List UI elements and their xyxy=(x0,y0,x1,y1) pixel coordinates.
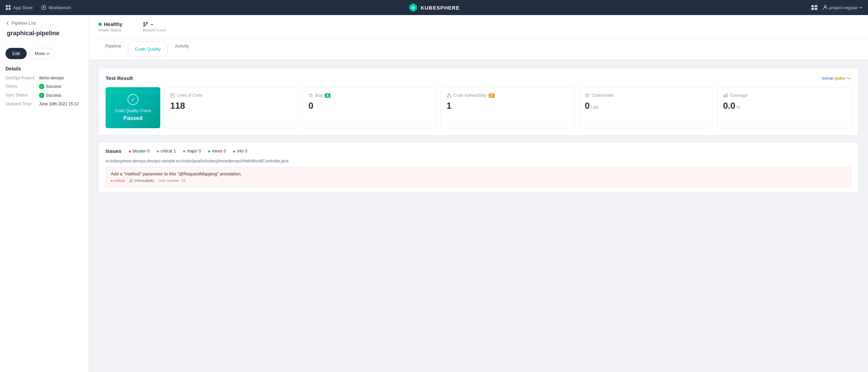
svg-point-13 xyxy=(824,5,826,8)
back-to-pipeline-list[interactable]: Pipeline List xyxy=(5,21,83,26)
metrics-cards: ✓ Code Quality Check Passed xyxy=(106,87,851,128)
codesmells-header: CodeSmells xyxy=(585,93,707,98)
grid-icon[interactable] xyxy=(811,5,817,10)
lines-of-code-header: Lines of Code xyxy=(170,93,293,98)
health-dot-icon xyxy=(98,23,102,26)
sync-status-check-icon: ✓ xyxy=(39,93,44,98)
metrics-bar: Healthy Health Status – Branch Count xyxy=(89,15,868,39)
brand-name: KUBESPHERE xyxy=(421,5,460,11)
edit-button[interactable]: Edit xyxy=(5,48,27,59)
username-label: project-regular xyxy=(829,5,858,10)
issue-line-number: Line number: 15 xyxy=(158,178,186,183)
bug-badge: A xyxy=(325,93,330,98)
issues-section: Issues ● blocker 0 ● critical 1 ● major xyxy=(98,142,858,193)
tab-code-quality[interactable]: Code Quality xyxy=(128,41,168,57)
vulnerability-icon xyxy=(447,93,451,98)
tab-pipeline[interactable]: Pipeline xyxy=(98,39,128,60)
pipeline-subtitle: - xyxy=(5,38,83,42)
tab-activity[interactable]: Activity xyxy=(168,39,195,60)
devops-project-row: DevOps Project: demo-devops xyxy=(5,76,83,80)
appstore-label: App Store xyxy=(13,5,33,10)
issue-severity-tag: ● critical xyxy=(111,178,125,183)
test-result-header: Test Result sonarqube xyxy=(106,75,851,81)
sonarqube-wave-icon xyxy=(846,77,851,80)
user-icon xyxy=(823,5,828,10)
svg-rect-32 xyxy=(725,94,726,97)
tabs-bar: Pipeline Code Quality Activity xyxy=(89,39,868,60)
svg-point-28 xyxy=(449,96,449,97)
workbench-icon xyxy=(41,5,46,10)
issues-title: Issues xyxy=(106,148,122,154)
critical-dot: ● xyxy=(157,148,159,154)
back-label: Pipeline List xyxy=(12,21,36,26)
svg-line-24 xyxy=(312,95,313,95)
vulnerability-card: Code Vulnerability D 1 xyxy=(441,87,575,128)
quality-check-card: ✓ Code Quality Check Passed xyxy=(106,87,160,128)
major-dot: ● xyxy=(183,148,186,154)
kubesphere-logo: KUBESPHERE xyxy=(408,3,460,12)
appstore-icon xyxy=(5,5,11,10)
topnav-right: project-regular xyxy=(811,5,863,10)
issue-message: Add a "method" parameter to this "@Reque… xyxy=(111,171,846,176)
more-button[interactable]: More xyxy=(29,48,55,59)
details-section: Details DevOps Project: demo-devops Stat… xyxy=(5,66,83,110)
branch-icon xyxy=(143,22,148,27)
codesmells-value: 0 Line xyxy=(585,101,707,111)
kubesphere-logo-icon xyxy=(408,3,418,12)
issue-item: Add a "method" parameter to this "@Reque… xyxy=(106,167,851,187)
chevron-down-icon xyxy=(859,6,863,9)
updated-time-value: June 10th 2021 15:12 xyxy=(39,102,79,106)
svg-point-5 xyxy=(43,7,44,8)
minor-dot: ● xyxy=(208,148,211,154)
blocker-badge: ● blocker 0 xyxy=(128,148,150,154)
lines-of-code-value: 118 xyxy=(170,101,293,111)
svg-rect-1 xyxy=(9,5,11,7)
svg-rect-11 xyxy=(811,8,814,10)
svg-rect-12 xyxy=(815,8,817,10)
codesmells-icon xyxy=(585,93,589,98)
health-status-metric: Healthy Health Status xyxy=(98,21,122,32)
sidebar: Pipeline List graphical-pipeline - Edit … xyxy=(0,15,89,372)
branch-count-value: – xyxy=(143,21,166,27)
coverage-icon xyxy=(723,93,728,98)
user-menu[interactable]: project-regular xyxy=(823,5,863,10)
branch-count-metric: – Branch Count xyxy=(143,21,166,32)
svg-point-30 xyxy=(587,96,587,97)
status-check-icon: ✓ xyxy=(39,84,44,89)
svg-line-23 xyxy=(309,96,309,96)
codesmells-sub: Line xyxy=(591,105,599,110)
minor-badge: ● minor 0 xyxy=(208,148,226,154)
branch-count-label: Branch Count xyxy=(143,28,166,32)
status-label: Status: xyxy=(5,84,36,89)
main-content-area: Healthy Health Status – Branch Count xyxy=(89,15,868,372)
svg-rect-10 xyxy=(815,5,817,7)
devops-project-label: DevOps Project: xyxy=(5,76,36,80)
codesmells-card: CodeSmells 0 Line xyxy=(579,87,713,128)
issue-type-tag: Vulnerability xyxy=(129,178,154,183)
svg-point-21 xyxy=(309,94,312,97)
updated-time-label: Updated Time: xyxy=(5,102,36,106)
bug-icon xyxy=(308,93,313,98)
svg-rect-33 xyxy=(727,94,728,97)
vulnerability-value: 1 xyxy=(447,101,569,111)
updated-time-row: Updated Time: June 10th 2021 15:12 xyxy=(5,102,83,106)
test-result-title: Test Result xyxy=(106,75,133,81)
main-layout: Pipeline List graphical-pipeline - Edit … xyxy=(0,15,868,372)
chevron-down-icon xyxy=(46,53,50,55)
major-badge: ● major 0 xyxy=(183,148,201,154)
sonarqube-logo: sonarqube xyxy=(822,76,851,81)
lines-of-code-card: Lines of Code 118 xyxy=(164,87,298,128)
more-label: More xyxy=(35,51,45,56)
quality-check-title: Code Quality Check xyxy=(115,108,151,113)
status-value: ✓ Success xyxy=(39,84,61,89)
health-value: Healthy xyxy=(98,21,122,27)
sync-status-row: Sync Status: ✓ Success xyxy=(5,93,83,98)
svg-rect-9 xyxy=(811,5,814,7)
svg-line-25 xyxy=(312,96,313,96)
appstore-nav-item[interactable]: App Store xyxy=(5,5,33,10)
info-badge: ● info 0 xyxy=(233,148,247,154)
workbench-label: Workbench xyxy=(49,5,71,10)
workbench-nav-item[interactable]: Workbench xyxy=(41,5,71,10)
devops-project-value: demo-devops xyxy=(39,76,64,80)
status-row: Status: ✓ Success xyxy=(5,84,83,89)
